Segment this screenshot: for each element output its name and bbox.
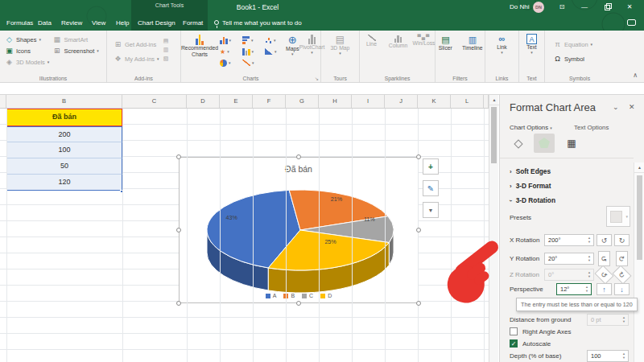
pane-close-icon[interactable]: ✕ bbox=[629, 103, 635, 111]
x-rotate-left-button[interactable]: ↺ bbox=[597, 234, 612, 246]
y-rotate-up-button[interactable]: ↺ bbox=[598, 251, 610, 266]
selection-handle[interactable] bbox=[176, 301, 181, 306]
chart-legend[interactable]: ABCD bbox=[180, 293, 418, 298]
shapes-button[interactable]: ◇Shapes▾ bbox=[5, 34, 49, 45]
3d-models-button[interactable]: ◈3D Models▾ bbox=[5, 56, 49, 68]
user-name[interactable]: Do Nhi bbox=[510, 3, 529, 10]
effects-tab[interactable] bbox=[534, 134, 555, 153]
tab-format[interactable]: Format bbox=[183, 18, 203, 31]
addin-doc-icon[interactable]: ▥ bbox=[163, 47, 169, 53]
depth-input[interactable]: 100▲▼ bbox=[587, 350, 629, 362]
tab-review[interactable]: Review bbox=[61, 18, 82, 31]
cell-value-3[interactable]: 50 bbox=[6, 158, 122, 175]
column-header-gap[interactable] bbox=[0, 95, 6, 108]
tab-chart-design[interactable]: Chart Design bbox=[138, 18, 175, 31]
chart-elements-button[interactable]: + bbox=[423, 158, 439, 175]
feedback-icon[interactable] bbox=[627, 19, 636, 26]
column-header-L[interactable]: L bbox=[451, 95, 484, 108]
section-3d-format[interactable]: ›3-D Format bbox=[510, 182, 551, 190]
collapse-ribbon-icon[interactable]: ∧ bbox=[633, 72, 638, 79]
insert-pie-chart-button[interactable]: ▾ bbox=[218, 60, 241, 67]
z-rotate-right-button[interactable]: ↻ bbox=[612, 265, 631, 284]
z-rotate-left-button[interactable]: ↺ bbox=[594, 265, 613, 284]
selection-handle[interactable] bbox=[416, 154, 421, 159]
size-properties-tab[interactable]: ▦ bbox=[561, 134, 582, 153]
cell-value-4[interactable]: 120 bbox=[6, 175, 122, 191]
pane-scrollbar[interactable]: ▲ bbox=[634, 162, 644, 362]
cell-value-2[interactable]: 100 bbox=[6, 142, 122, 158]
column-header-I[interactable]: I bbox=[352, 95, 385, 108]
tab-view[interactable]: View bbox=[92, 18, 105, 31]
z-rotation-input[interactable]: 0°▲▼ bbox=[544, 269, 594, 281]
scroll-up-icon[interactable]: ▲ bbox=[489, 95, 499, 105]
screenshot-button[interactable]: ⊞Screenshot▾ bbox=[52, 45, 98, 56]
smartart-button[interactable]: ▦SmartArt bbox=[52, 34, 98, 45]
recommended-charts-button[interactable]: Recommended Charts bbox=[181, 31, 218, 68]
cell-value-1[interactable]: 200 bbox=[6, 126, 122, 142]
ribbon-display-options-icon[interactable]: ⊡ bbox=[556, 2, 568, 12]
avatar[interactable]: DN bbox=[533, 2, 544, 13]
selection-handle[interactable] bbox=[416, 301, 421, 306]
insert-column-chart-button[interactable]: ▾ bbox=[218, 36, 241, 44]
column-header-B[interactable]: B bbox=[6, 95, 122, 108]
column-header-K[interactable]: K bbox=[418, 95, 451, 108]
addin-store-icon[interactable]: ▤ bbox=[163, 38, 169, 44]
symbol-button[interactable]: ΩSymbol bbox=[553, 51, 614, 66]
fill-line-tab[interactable] bbox=[508, 134, 529, 153]
legend-item-D[interactable]: D bbox=[320, 293, 332, 298]
column-header-H[interactable]: H bbox=[319, 95, 352, 108]
maps-button[interactable]: ⊕ Maps▾ bbox=[286, 31, 299, 68]
cell-table-header[interactable]: Đã bán bbox=[6, 109, 122, 126]
selection-handle[interactable] bbox=[176, 154, 181, 159]
right-angle-axes-checkbox[interactable] bbox=[510, 327, 518, 335]
equation-button[interactable]: πEquation▾ bbox=[553, 37, 614, 51]
tab-formulas[interactable]: Formulas bbox=[6, 18, 33, 31]
legend-item-C[interactable]: C bbox=[302, 293, 313, 298]
restore-button[interactable] bbox=[601, 2, 613, 12]
text-options-tab[interactable]: Text Options bbox=[574, 124, 609, 131]
autoscale-checkbox[interactable]: ✓ bbox=[510, 339, 518, 348]
selection-handle[interactable] bbox=[296, 301, 301, 306]
sparkline-line-button[interactable]: Line bbox=[361, 35, 382, 49]
presets-dropdown[interactable]: ▾ bbox=[606, 206, 630, 227]
section-soft-edges[interactable]: ›Soft Edges bbox=[510, 167, 551, 175]
get-addins-button[interactable]: ⊞Get Add-ins bbox=[114, 37, 159, 51]
insert-scatter-chart-button[interactable]: ▾ bbox=[263, 37, 286, 44]
tab-help[interactable]: Help bbox=[116, 18, 129, 31]
insert-area-chart-button[interactable]: ▾ bbox=[263, 48, 286, 55]
3d-map-button[interactable]: ▤ 3D Map▾ bbox=[321, 31, 359, 56]
sparkline-column-button[interactable]: Column bbox=[386, 35, 411, 49]
column-header-G[interactable]: G bbox=[286, 95, 319, 108]
y-rotation-input[interactable]: 20°▲▼ bbox=[544, 253, 594, 265]
insert-line-chart-button[interactable]: ▾ bbox=[241, 60, 263, 66]
selection-handle[interactable] bbox=[296, 154, 301, 159]
y-rotate-down-button[interactable]: ↻ bbox=[616, 251, 628, 266]
minimize-button[interactable]: — bbox=[579, 2, 590, 12]
chart-options-tab[interactable]: Chart Options ▾ bbox=[510, 124, 552, 131]
sparkline-winloss-button[interactable]: ▀▄▀Win/Loss bbox=[415, 35, 434, 49]
pane-scroll-up-icon[interactable]: ▲ bbox=[634, 162, 644, 173]
chart-object[interactable]: 43%21%11%25% Đã bán ABCD bbox=[179, 157, 419, 303]
tab-data[interactable]: Data bbox=[38, 18, 52, 31]
sheet-vertical-scrollbar[interactable]: ▲ bbox=[489, 95, 498, 362]
column-header-J[interactable]: J bbox=[385, 95, 418, 108]
selection-handle[interactable] bbox=[416, 228, 421, 232]
x-rotation-input[interactable]: 200°▲▼ bbox=[544, 234, 594, 246]
timeline-button[interactable]: ▥Timeline bbox=[460, 35, 485, 51]
chart-styles-button[interactable]: ✎ bbox=[423, 180, 439, 196]
section-3d-rotation[interactable]: ›3-D Rotation bbox=[510, 196, 555, 204]
chart-title[interactable]: Đã bán bbox=[180, 164, 418, 174]
insert-radar-chart-button[interactable]: ★▾ bbox=[218, 48, 241, 56]
formula-bar-strip[interactable] bbox=[0, 83, 644, 95]
insert-hierarchy-chart-button[interactable]: ▾ bbox=[241, 36, 263, 44]
scrollbar-thumb[interactable] bbox=[491, 107, 497, 163]
x-rotate-right-button[interactable]: ↻ bbox=[614, 234, 630, 246]
link-button[interactable]: ∞ Link▾ bbox=[485, 31, 518, 56]
column-header-D[interactable]: D bbox=[187, 95, 220, 108]
perspective-input[interactable]: 12°▲▼ bbox=[556, 283, 592, 295]
perspective-widen-button[interactable]: ↓ bbox=[614, 283, 630, 295]
distance-input[interactable]: 0 pt▲▼ bbox=[587, 314, 629, 326]
addin-grid-icon[interactable]: ▧ bbox=[163, 56, 169, 62]
close-button[interactable]: ✕ bbox=[624, 2, 635, 12]
column-header-F[interactable]: F bbox=[253, 95, 286, 108]
